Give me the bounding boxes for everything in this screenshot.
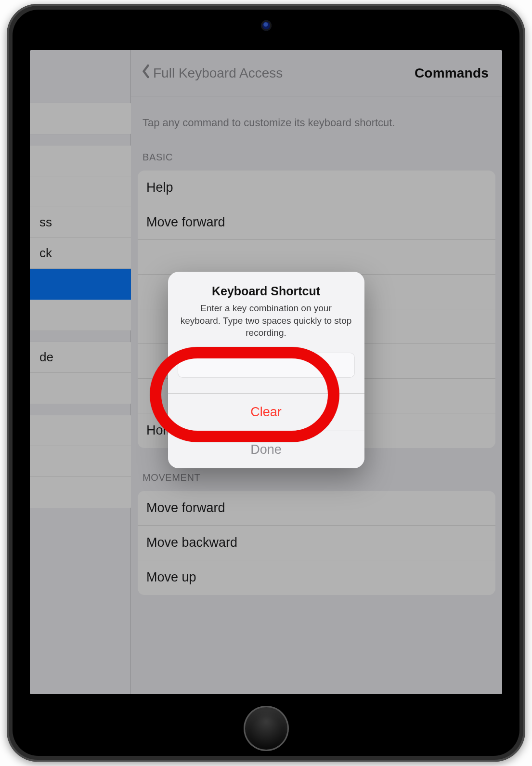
- modal-message: Enter a key combination on your keyboard…: [180, 302, 353, 339]
- ipad-frame: ssckde Full Keyboard Access Commands: [7, 4, 525, 762]
- clear-button[interactable]: Clear: [168, 393, 364, 431]
- modal-title: Keyboard Shortcut: [180, 284, 353, 298]
- clear-button-label: Clear: [250, 405, 282, 420]
- home-button[interactable]: [244, 706, 289, 751]
- keyboard-shortcut-modal: Keyboard Shortcut Enter a key combinatio…: [168, 272, 364, 468]
- done-button[interactable]: Done: [168, 431, 364, 468]
- front-camera: [261, 20, 272, 31]
- shortcut-input[interactable]: [178, 353, 355, 378]
- done-button-label: Done: [250, 442, 282, 457]
- screen: ssckde Full Keyboard Access Commands: [30, 50, 502, 694]
